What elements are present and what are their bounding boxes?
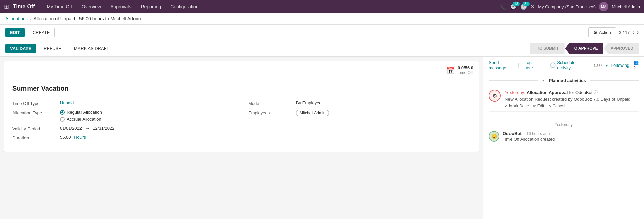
nav-menu: My Time Off Overview Approvals Reporting… — [43, 0, 500, 13]
clock-icon[interactable]: 🕐 31 — [520, 4, 527, 10]
breadcrumb-parent[interactable]: Allocations — [5, 16, 28, 21]
message-author: OdooBot — [503, 131, 522, 136]
radio-accrual[interactable]: Accrual Allocation — [60, 117, 102, 122]
activity-content: Yesterday: Allocation Approval for OdooB… — [505, 90, 639, 108]
company-name: My Company (San Francisco) — [538, 4, 596, 9]
edit-button[interactable]: EDIT — [5, 28, 25, 37]
employees-tag[interactable]: Mitchell Admin — [296, 110, 329, 116]
chatter-body: ▼ Planned activities ⚙ Yesterday: Alloca… — [483, 74, 644, 219]
send-message-button[interactable]: Send message — [489, 60, 513, 70]
close-icon[interactable]: ✕ — [530, 4, 535, 10]
step-to-approve[interactable]: TO APPROVE — [565, 43, 603, 54]
breadcrumb: Allocations / Allocation of Unpaid : 56.… — [0, 13, 644, 25]
planned-activities-header: ▼ Planned activities — [489, 78, 639, 83]
validity-period-value: 01/01/2022 → 12/31/2022 — [60, 126, 114, 131]
nav-overview[interactable]: Overview — [77, 0, 105, 13]
activity-for: for OdooBot — [569, 90, 592, 95]
radio-regular-label: Regular Allocation — [67, 110, 102, 115]
followers-count: 🏷 0 — [593, 62, 602, 68]
duration-unit[interactable]: Hours — [74, 135, 86, 140]
validity-period-label: Validity Period — [12, 126, 56, 131]
cancel-icon: ✕ — [548, 104, 551, 108]
activity-when: Yesterday: — [505, 90, 525, 95]
phone-icon[interactable]: 📞 — [500, 4, 507, 10]
employees-label: Employees — [248, 110, 292, 115]
radio-regular-indicator — [60, 110, 65, 115]
validate-button[interactable]: VALIDATE — [5, 44, 36, 53]
validity-period-row: Validity Period 01/01/2022 → 12/31/2022 — [12, 126, 235, 131]
nav-approvals[interactable]: Approvals — [106, 0, 135, 13]
chatter-toolbar: Send message | Log note | 🕐 Schedule act… — [483, 57, 644, 74]
allocation-type-label: Allocation Type — [12, 110, 56, 115]
message-header: OdooBot · 16 hours ago — [503, 131, 639, 136]
radio-accrual-indicator — [60, 117, 65, 122]
employees-row: Employees Mitchell Admin — [248, 110, 471, 116]
calendar-icon: 📅 — [446, 66, 455, 74]
edit-icon: ✏ — [533, 104, 536, 108]
clock-badge: 31 — [523, 2, 530, 6]
cancel-activity-button[interactable]: ✕ Cancel — [548, 104, 565, 108]
nav-my-time-off[interactable]: My Time Off — [43, 0, 76, 13]
topnav: ⊞ Time Off My Time Off Overview Approval… — [0, 0, 644, 13]
time-off-header: 📅 0.0/56.0 Time Off — [4, 61, 479, 79]
next-page-button[interactable]: › — [637, 29, 639, 35]
divider-left — [489, 80, 538, 81]
messages-section: Yesterday 😊 OdooBot · 16 hours ago Time … — [483, 116, 644, 148]
mode-row: Mode By Employee — [248, 100, 471, 106]
schedule-activity-label: Schedule activity — [557, 60, 583, 70]
planned-activities-title: Planned activities — [549, 78, 586, 83]
log-note-button[interactable]: Log note — [524, 60, 538, 70]
step-approved[interactable]: APPROVED — [604, 43, 639, 54]
nav-configuration[interactable]: Configuration — [166, 0, 202, 13]
right-panel: Send message | Log note | 🕐 Schedule act… — [483, 57, 644, 219]
radio-accrual-label: Accrual Allocation — [67, 117, 101, 122]
breadcrumb-separator: / — [30, 16, 32, 21]
info-icon[interactable]: ⓘ — [594, 90, 598, 95]
form-card: 📅 0.0/56.0 Time Off Summer Vacation Time… — [4, 61, 479, 152]
message-text: Time Off Allocation created — [503, 137, 639, 142]
page-info: 3 / 17 — [619, 30, 630, 35]
status-bar: VALIDATE REFUSE MARK AS DRAFT TO SUBMIT … — [0, 40, 644, 57]
following-check-icon: ✓ — [606, 63, 609, 68]
message-time: · 16 hours ago — [524, 131, 550, 136]
stat-value: 0.0/56.0 — [458, 65, 473, 70]
people-icon: 👥 — [633, 60, 639, 65]
mark-done-button[interactable]: ✓ Mark Done — [505, 104, 529, 108]
refuse-button[interactable]: REFUSE — [39, 44, 66, 53]
edit-activity-button[interactable]: ✏ Edit — [533, 104, 544, 108]
time-off-stat: 📅 0.0/56.0 Time Off — [446, 65, 473, 75]
duration-label: Duration — [12, 135, 56, 140]
create-button[interactable]: CREATE — [28, 28, 55, 37]
planned-activities-section: ▼ Planned activities ⚙ Yesterday: Alloca… — [483, 74, 644, 116]
form-grid: Time Off Type Unpaid Allocation Type Reg… — [12, 100, 471, 144]
nav-reporting[interactable]: Reporting — [137, 0, 165, 13]
draft-button[interactable]: MARK AS DRAFT — [69, 44, 114, 53]
schedule-clock-icon: 🕐 — [550, 62, 556, 68]
date-separator: Yesterday — [489, 122, 639, 127]
chat-icon[interactable]: 💬 13 — [510, 4, 517, 10]
activity-header: Yesterday: Allocation Approval for OdooB… — [505, 90, 639, 95]
action-button[interactable]: ⚙ Action — [588, 27, 616, 37]
chatter-follow-area: 🏷 0 ✓ Following 👥 2 — [593, 60, 639, 70]
chat-badge: 13 — [513, 2, 520, 6]
radio-regular[interactable]: Regular Allocation — [60, 110, 102, 115]
activity-name: Allocation Approval — [527, 90, 568, 95]
main-layout: 📅 0.0/56.0 Time Off Summer Vacation Time… — [0, 57, 644, 219]
allocation-type-row: Allocation Type Regular Allocation Accru… — [12, 110, 235, 122]
grid-icon[interactable]: ⊞ — [4, 3, 9, 10]
prev-page-button[interactable]: ‹ — [632, 29, 634, 35]
divider-right — [590, 80, 639, 81]
step-to-submit[interactable]: TO SUBMIT — [530, 43, 565, 54]
gear-icon: ⚙ — [593, 30, 598, 35]
stat-label: Time Off — [458, 70, 473, 75]
app-name: Time Off — [13, 4, 35, 10]
form-body: Summer Vacation Time Off Type Unpaid All… — [4, 79, 479, 152]
following-button[interactable]: ✓ Following — [606, 63, 629, 68]
time-off-type-value[interactable]: Unpaid — [60, 100, 74, 105]
following-label: Following — [611, 63, 629, 68]
tag-icon: 🏷 — [593, 62, 598, 68]
message-item: 😊 OdooBot · 16 hours ago Time Off Alloca… — [489, 131, 639, 142]
schedule-activity-button[interactable]: 🕐 Schedule activity — [550, 60, 583, 70]
avatar[interactable]: MA — [599, 2, 608, 11]
chatter-sep-1: | — [518, 62, 519, 68]
